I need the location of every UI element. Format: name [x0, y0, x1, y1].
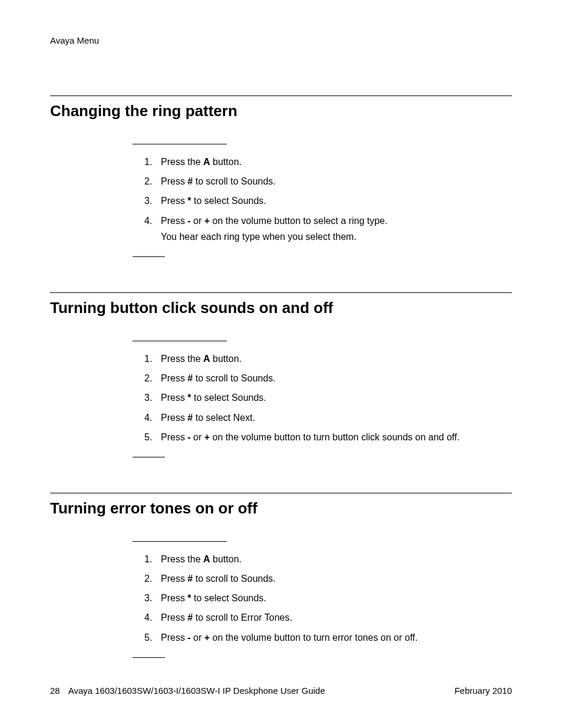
- step-item: Press - or + on the volume button to tur…: [144, 631, 512, 644]
- step-item: Press the A button.: [144, 352, 512, 365]
- step-text: Press # to select Next.: [161, 413, 255, 423]
- step-text: Press - or + on the volume button to tur…: [161, 633, 418, 643]
- step-text: Press # to scroll to Error Tones.: [161, 612, 292, 622]
- step-text: Press # to scroll to Sounds.: [161, 176, 276, 186]
- step-text: Press - or + on the volume button to tur…: [161, 432, 459, 442]
- page: Avaya Menu Changing the ring pattern Pre…: [0, 0, 562, 728]
- steps-list: Press the A button. Press # to scroll to…: [144, 352, 512, 444]
- step-item: Press the A button.: [144, 155, 512, 169]
- step-item: Press - or + on the volume button to sel…: [144, 214, 512, 243]
- section-rule: [50, 292, 512, 293]
- short-rule-top: [133, 541, 227, 542]
- step-item: Press # to scroll to Error Tones.: [144, 611, 512, 624]
- step-item: Press # to scroll to Sounds.: [144, 371, 512, 385]
- step-item: Press - or + on the volume button to tur…: [144, 430, 512, 444]
- short-rule-top: [133, 144, 227, 144]
- steps-list: Press the A button. Press # to scroll to…: [144, 552, 512, 644]
- step-text: Press * to select Sounds.: [161, 593, 266, 603]
- step-item: Press * to select Sounds.: [144, 591, 512, 605]
- section-button-click-sounds: Turning button click sounds on and off P…: [50, 292, 512, 457]
- step-text: Press * to select Sounds.: [161, 196, 266, 206]
- section-title: Turning error tones on or off: [50, 499, 512, 518]
- steps-list: Press the A button. Press # to scroll to…: [144, 155, 512, 243]
- step-text: Press * to select Sounds.: [161, 393, 266, 403]
- section-rule: [50, 493, 512, 493]
- footer-left: 28 Avaya 1603/1603SW/1603-I/1603SW-I IP …: [50, 686, 325, 696]
- step-item: Press the A button.: [144, 552, 512, 566]
- step-item: Press * to select Sounds.: [144, 194, 512, 207]
- short-rule-bottom: [133, 457, 165, 457]
- step-item: Press * to select Sounds.: [144, 391, 512, 404]
- step-text: Press the A button.: [161, 354, 242, 364]
- short-rule-bottom: [133, 657, 165, 658]
- step-text: Press the A button.: [161, 554, 242, 564]
- step-text: Press # to scroll to Sounds.: [161, 373, 276, 383]
- short-rule-bottom: [133, 256, 165, 257]
- step-item: Press # to scroll to Sounds.: [144, 174, 512, 188]
- short-rule-top: [133, 341, 227, 341]
- guide-title: Avaya 1603/1603SW/1603-I/1603SW-I IP Des…: [68, 686, 325, 696]
- step-text: Press the A button.: [161, 157, 242, 167]
- section-title: Turning button click sounds on and off: [50, 299, 512, 317]
- step-item: Press # to select Next.: [144, 411, 512, 424]
- page-footer: 28 Avaya 1603/1603SW/1603-I/1603SW-I IP …: [50, 686, 512, 696]
- step-text: Press - or + on the volume button to sel…: [161, 216, 388, 226]
- step-subtext: You hear each ring type when you select …: [161, 230, 512, 243]
- section-rule: [50, 95, 512, 96]
- section-ring-pattern: Changing the ring pattern Press the A bu…: [50, 95, 512, 257]
- footer-date: February 2010: [454, 686, 512, 696]
- step-item: Press # to scroll to Sounds.: [144, 572, 512, 585]
- page-number: 28: [50, 686, 60, 696]
- running-header: Avaya Menu: [50, 35, 512, 45]
- step-text: Press # to scroll to Sounds.: [161, 574, 276, 584]
- section-title: Changing the ring pattern: [50, 102, 512, 120]
- section-error-tones: Turning error tones on or off Press the …: [50, 493, 512, 658]
